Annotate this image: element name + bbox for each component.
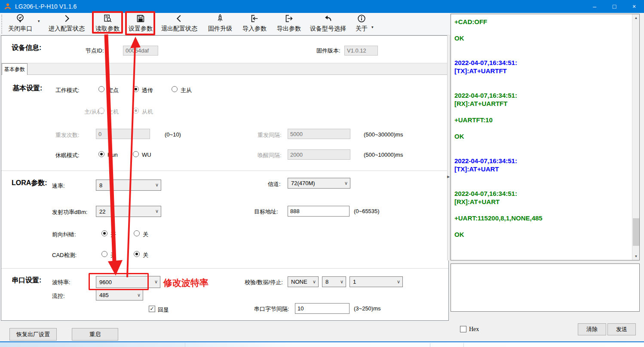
radio-sleep-run[interactable]	[98, 151, 104, 157]
toolbar-enter-config-button[interactable]: 进入配置状态	[45, 13, 88, 35]
reboot-button[interactable]: 重启	[72, 328, 118, 341]
tx-power-combobox[interactable]: 22∨	[96, 206, 161, 217]
resend-interval-field	[288, 129, 350, 139]
serial-log-panel[interactable]: +CAD:OFF OK 2022-04-07,16:34:51: [TX]:AT…	[451, 14, 640, 260]
serial-log-text: +CAD:OFF OK 2022-04-07,16:34:51: [TX]:AT…	[454, 18, 631, 259]
toolbar-exit-config-button[interactable]: 退出配置状态	[158, 13, 201, 35]
hex-checkbox[interactable]	[460, 326, 466, 332]
close-serial-dropdown-caret[interactable]: ▾	[38, 19, 40, 23]
tab-basic-params[interactable]: 基本参数	[2, 63, 28, 75]
radio-label-slave: 从机	[142, 108, 153, 116]
app-window: LG206-L-P-H10 V1.1.6 – □ × 关闭串口 ▾ 进入配置状态	[0, 0, 644, 347]
radio-sleep-wu[interactable]	[133, 151, 139, 157]
panel-splitter[interactable]: ▶	[447, 35, 450, 260]
log-line: +UARTFT:10	[454, 116, 631, 124]
toolbar-read-params-button[interactable]: 读取参数	[92, 13, 123, 35]
toolbar-export-params-button[interactable]: 导出参数	[273, 13, 304, 35]
toolbar-set-params-button[interactable]: 设置参数	[125, 13, 156, 35]
send-button[interactable]: 发送	[607, 323, 636, 335]
rate-value: 8	[99, 182, 102, 189]
send-input[interactable]	[451, 263, 640, 312]
chevron-left-icon	[174, 13, 184, 24]
divider	[430, 343, 430, 347]
parity-combobox[interactable]: NONE∨	[288, 276, 319, 287]
flow-combobox[interactable]: 485∨	[96, 290, 143, 301]
radio-slave	[133, 108, 139, 114]
basic-settings-section-label: 基本设置:	[12, 84, 42, 93]
toolbar-label: 关闭串口	[8, 25, 32, 32]
radio-label-cad-off: 关	[143, 251, 148, 259]
fec-label: 前向纠错:	[52, 231, 76, 239]
clear-button[interactable]: 清除	[578, 323, 606, 335]
radio-cad-off[interactable]	[134, 251, 140, 257]
baud-combobox[interactable]: 9600∨	[96, 276, 160, 288]
log-line: [TX]:AT+UART	[454, 165, 631, 173]
radio-cad-on[interactable]	[101, 251, 107, 257]
toolbar-grip[interactable]	[1, 15, 2, 34]
taskbar-sliver	[0, 341, 644, 347]
toolbar-firmware-upgrade-button[interactable]: 固件升级	[205, 13, 236, 35]
byte-interval-label: 串口字节间隔:	[254, 305, 289, 313]
close-button[interactable]: ×	[624, 0, 644, 13]
firmware-version-field	[344, 46, 378, 56]
divider	[463, 343, 464, 347]
channel-label: 信道:	[268, 180, 281, 188]
factory-reset-button[interactable]: 恢复出厂设置	[9, 328, 57, 341]
parity-label: 校验/数据/停止:	[245, 279, 283, 286]
stopbits-combobox[interactable]: 1∨	[350, 276, 403, 287]
radio-work-mode-master-slave[interactable]	[172, 86, 178, 92]
toolbar-device-model-button[interactable]: 设备型号选择	[307, 13, 350, 35]
target-addr-field[interactable]	[288, 206, 350, 217]
log-line	[454, 42, 631, 50]
radio-label-transparent: 透传	[142, 87, 153, 94]
toolbar-about-button[interactable]: 关于	[352, 13, 371, 35]
maximize-button[interactable]: □	[604, 0, 624, 13]
toolbar-label: 关于	[356, 25, 368, 32]
node-id-field	[123, 46, 158, 56]
databits-combobox[interactable]: 8∨	[322, 276, 346, 287]
channel-combobox[interactable]: 72(470M)∨	[288, 178, 350, 189]
log-line: 2022-04-07,16:34:51:	[454, 59, 631, 67]
chevron-down-icon: ∨	[313, 279, 316, 284]
byte-interval-field[interactable]	[295, 303, 350, 314]
log-line: 2022-04-07,16:34:51:	[454, 157, 631, 165]
config-panel: 设备信息: 节点ID: 固件版本: 基本参数 基本设置: 工作模式: 定点 透传…	[1, 35, 449, 321]
toolbar-import-params-button[interactable]: 导入参数	[239, 13, 270, 35]
radio-label-fec-off: 关	[143, 231, 148, 239]
radio-fec-off[interactable]	[134, 230, 140, 236]
rate-combobox[interactable]: 8∨	[96, 180, 161, 191]
radio-fec-on[interactable]	[101, 230, 107, 236]
divider	[1, 170, 448, 171]
log-line	[454, 206, 631, 214]
wake-interval-field	[288, 149, 350, 160]
radio-work-mode-fixed[interactable]	[98, 86, 104, 92]
scrollbar-thumb[interactable]	[633, 218, 639, 246]
log-line	[454, 173, 631, 181]
firmware-version-label: 固件版本:	[316, 47, 340, 55]
scroll-down-arrow[interactable]: ▼	[632, 253, 640, 260]
toolbar-label: 进入配置状态	[49, 25, 85, 32]
log-line	[454, 140, 631, 149]
chevron-down-icon: ∨	[155, 208, 159, 214]
toolbar-overflow-caret[interactable]: ▾	[371, 25, 374, 29]
scroll-up-arrow[interactable]: ▲	[632, 14, 640, 22]
toolbar-close-serial-button[interactable]: 关闭串口	[4, 13, 37, 35]
toolbar: 关闭串口 ▾ 进入配置状态 读取参数 设置参数	[0, 13, 450, 35]
import-arrow-icon	[249, 13, 260, 24]
baud-label: 波特率:	[52, 279, 71, 286]
toolbar-label: 读取参数	[95, 25, 120, 32]
log-line: +CAD:OFF	[454, 18, 631, 26]
chevron-down-icon: ∨	[344, 180, 348, 186]
log-scrollbar[interactable]: ▲ ▼	[632, 14, 639, 260]
wake-interval-label: 唤醒间隔:	[258, 152, 282, 159]
log-line: 2022-04-07,16:34:51:	[454, 189, 631, 198]
log-line	[454, 50, 631, 59]
resend-interval-hint: (500~30000)ms	[364, 131, 403, 138]
radio-label-wu: WU	[142, 152, 151, 158]
stopbits-value: 1	[353, 279, 356, 285]
radio-work-mode-transparent[interactable]	[133, 86, 139, 92]
echo-checkbox[interactable]	[149, 306, 155, 312]
splitter-collapse-icon[interactable]: ▶	[447, 175, 450, 179]
radio-label-fixed: 定点	[107, 87, 119, 94]
minimize-button[interactable]: –	[585, 0, 604, 13]
